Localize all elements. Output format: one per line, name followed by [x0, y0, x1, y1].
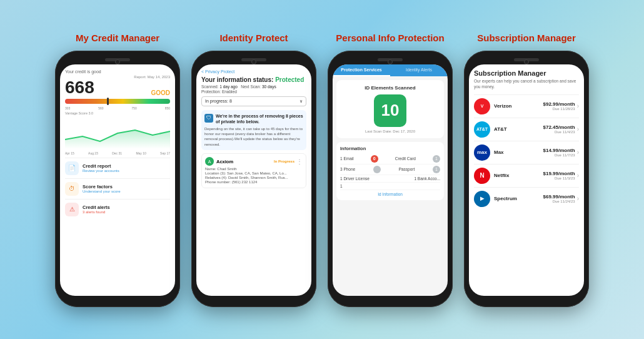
s2-alert-header: 🛡 We're in the process of removing 8 pie… [204, 113, 303, 124]
subscription-item-att[interactable]: AT&T AT&T $72.45/month Due 11/4/23 › [474, 118, 579, 141]
personal-info-screen: Protection Services Identity Alerts ID E… [333, 64, 448, 296]
s4-att-logo-area: AT&T AT&T [474, 121, 543, 138]
credit-manager-phone: Your credit is good Report: May 14, 2023… [55, 51, 180, 307]
s2-heading: Your information status: [201, 76, 273, 83]
more-icon[interactable]: ⋮ [296, 158, 303, 165]
s3-info-row-1: 3 Phone Passport 1 [340, 164, 440, 175]
personal-info-title: Personal Info Protection [336, 33, 444, 43]
s4-verizon-due: Due 11/28/23 [543, 107, 575, 111]
s4-heading: Subscription Manager [474, 69, 579, 77]
s3-email-count: 1 Email [340, 156, 354, 161]
s3-row3-count: 1 [340, 184, 343, 188]
subscription-item-netflix[interactable]: N Netflix $19.99/month Due 11/3/23 › [474, 164, 579, 187]
s4-netflix-price: $19.99/month [543, 171, 575, 176]
chart-label-2: Dec 31 [112, 151, 122, 155]
s1-range: 303 560 750 850 [65, 106, 170, 110]
chevron-right-icon: › [577, 126, 579, 133]
score-factors-sub: Understand your score [83, 190, 121, 193]
tab-protection-services[interactable]: Protection Services [333, 64, 390, 76]
shield-icon: 🛡 [204, 114, 213, 123]
s4-spectrum-name: Spectrum [494, 196, 517, 201]
credit-manager-screen: Your credit is good Report: May 14, 2023… [60, 64, 175, 296]
s4-max-price-area: $14.99/month Due 11/7/23 [543, 148, 575, 157]
identity-protect-phone: < Privacy Protect Your information statu… [191, 51, 316, 307]
s3-tabs: Protection Services Identity Alerts [333, 64, 448, 76]
credit-report-sub: Review your accounts [83, 169, 119, 173]
credit-report-icon: 📄 [65, 161, 79, 175]
s4-verizon-logo-area: V Verizon [474, 98, 543, 114]
s1-good-label: GOOD [151, 89, 170, 96]
chart-label-0: Apr 15 [65, 151, 74, 155]
max-logo: max [474, 144, 490, 161]
s4-netflix-logo-area: N Netflix [474, 168, 543, 184]
s3-info-title: Information [340, 146, 440, 151]
subscription-item-max[interactable]: max Max $14.99/month Due 11/7/23 › [474, 141, 579, 164]
s3-scan-date: Last Scan Date: Dec 17, 2020 [341, 129, 439, 133]
s1-bar-marker [107, 98, 109, 105]
s1-chart [65, 118, 170, 149]
s2-broker-header: A Acxiom In Progress ⋮ [205, 157, 303, 166]
s2-next-scan-val: 30 days [262, 84, 276, 89]
s2-back-link[interactable]: < Privacy Protect [201, 69, 306, 74]
chart-label-4: Sep 17 [160, 151, 170, 155]
list-item[interactable]: ⏱ Score factors Understand your score [65, 178, 170, 199]
chart-label-1: Aug 23 [88, 151, 98, 155]
credit-alerts-icon: ⚠ [65, 203, 79, 216]
s2-broker-phone: Phone number: (561) 232 1124 [205, 180, 303, 184]
s2-scanned-row: Scanned: 1 day ago Next Scan: 30 days [201, 84, 306, 89]
s2-broker-name: Acxiom [216, 159, 233, 164]
personal-info-section: Personal Info Protection Protection Serv… [328, 33, 453, 307]
list-item[interactable]: 📄 Credit report Review your accounts [65, 158, 170, 178]
range-1: 560 [98, 106, 103, 110]
identity-protect-screen: < Privacy Protect Your information statu… [196, 64, 311, 296]
s3-phone-count: 3 Phone [340, 167, 355, 171]
s2-dropdown-label: In progress: 8 [205, 99, 232, 104]
phone-camera-3 [388, 59, 393, 64]
subscription-item-verizon[interactable]: V Verizon $92.99/month Due 11/28/23 › [474, 94, 579, 118]
s3-info-row-2: 1 Driver License 1 Bank Acco... [340, 175, 440, 183]
subscription-manager-section: Subscription Manager Subscription Manage… [464, 33, 589, 307]
broker-avatar: A [205, 157, 214, 166]
s4-spectrum-logo-area: ▶ Spectrum [474, 191, 543, 207]
s3-credit-badge: 1 [433, 155, 440, 163]
s1-score-bar [65, 99, 170, 104]
s3-more-link[interactable]: Id Information [340, 192, 440, 196]
s2-dropdown[interactable]: In progress: 8 ∨ [201, 96, 306, 106]
spectrum-logo: ▶ [474, 191, 490, 207]
att-logo: AT&T [474, 121, 490, 138]
list-item[interactable]: ⚠ Credit alerts 3 alerts found [65, 199, 170, 220]
credit-manager-title: My Credit Manager [76, 33, 159, 43]
subscription-manager-title: Subscription Manager [477, 33, 576, 43]
s4-max-logo-area: max Max [474, 144, 543, 161]
s4-att-price: $72.45/month [543, 124, 575, 130]
s4-subtitle: Our experts can help you cancel a subscr… [474, 78, 579, 89]
subscription-item-spectrum[interactable]: ▶ Spectrum $69.99/month Due 11/24/23 › [474, 187, 579, 210]
phones-container: My Credit Manager Your credit is good Re… [43, 26, 601, 313]
chevron-right-icon: › [577, 195, 579, 202]
s2-broker-item[interactable]: A Acxiom In Progress ⋮ Name: Chad Smith … [201, 153, 306, 188]
credit-alerts-title: Credit alerts [83, 205, 110, 210]
s3-id-section: ID Elements Scanned 10 Last Scan Date: D… [336, 80, 444, 138]
credit-alerts-text: Credit alerts 3 alerts found [83, 205, 110, 214]
s3-passport-badge: 1 [433, 166, 440, 173]
s3-id-title: ID Elements Scanned [341, 85, 439, 91]
tab-identity-alerts[interactable]: Identity Alerts [390, 64, 448, 76]
credit-alerts-sub: 3 alerts found [83, 210, 110, 214]
s3-passport-label: Passport [399, 167, 415, 171]
s2-broker-relatives: Relatives (4): David Smith, Shannon Smit… [205, 176, 303, 180]
chevron-right-icon: › [577, 149, 579, 156]
chevron-right-icon: › [577, 172, 579, 179]
s4-spectrum-due: Due 11/24/23 [543, 200, 575, 203]
s4-verizon-price-area: $92.99/month Due 11/28/23 [543, 101, 575, 111]
s1-header: Your credit is good [65, 69, 170, 74]
s4-netflix-due: Due 11/3/23 [543, 176, 575, 180]
s4-spectrum-price: $69.99/month [543, 194, 575, 200]
score-factors-icon: ⏱ [65, 182, 79, 196]
s4-netflix-name: Netflix [494, 173, 509, 178]
s4-max-due: Due 11/7/23 [543, 153, 575, 157]
credit-report-text: Credit report Review your accounts [83, 163, 119, 173]
range-0: 303 [65, 106, 70, 110]
phone-camera-4 [524, 59, 529, 64]
personal-info-phone: Protection Services Identity Alerts ID E… [328, 51, 453, 307]
s2-title: Your information status: Protected [201, 76, 306, 83]
